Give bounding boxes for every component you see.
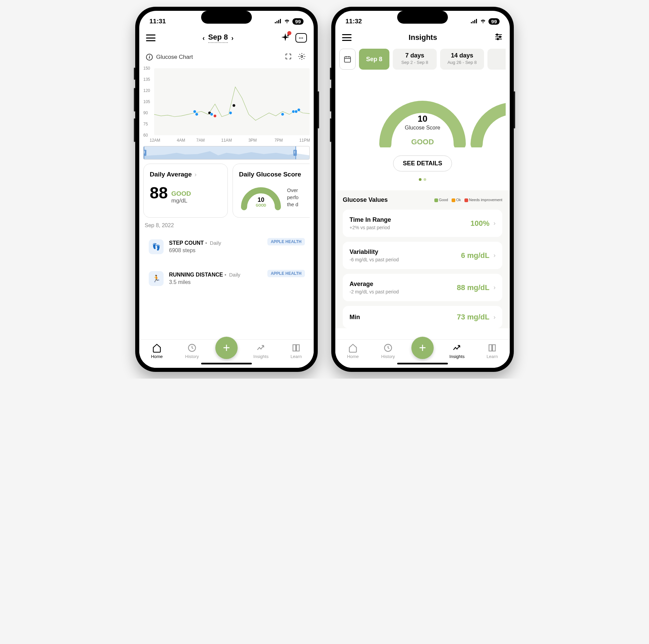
glucose-value-card[interactable]: Time In Range+2% vs past period100%› [343,210,502,237]
value-subtitle: +2% vs past period [350,225,471,230]
home-indicator[interactable] [397,363,448,364]
svg-point-5 [301,55,303,57]
tab-history[interactable]: History [180,343,204,359]
value-subtitle: -2 mg/dL vs past period [350,289,457,294]
fab-add-button[interactable]: + [411,337,434,359]
period-tab[interactable]: 7 daysSep 2 - Sep 8 [393,49,437,70]
period-tab[interactable]: Al [487,49,506,70]
svg-rect-0 [275,22,276,23]
x-tick: 11PM [299,138,310,143]
value-title: Variability [350,248,461,256]
svg-rect-9 [474,20,475,23]
svg-rect-2 [278,20,279,23]
glucose-values-section: Glucose Values Good Ok Needs improvement… [335,190,510,328]
period-title: 14 days [446,52,479,59]
daily-average-card[interactable]: Daily Average › 88 GOOD mg/dL [143,164,228,218]
svg-rect-18 [344,57,351,62]
activity-title: STEP COUNT [169,240,204,246]
y-tick: 105 [143,99,150,104]
value-title: Min [350,314,457,321]
battery-level: 99 [292,18,304,25]
glucose-chart[interactable]: 15013512010590756012AM4AM7AM11AM3PM7PM11… [143,68,310,143]
tab-insights[interactable]: Insights [249,343,273,359]
activity-title: RUNNING DISTANCE [169,272,223,278]
time-range-slider[interactable] [143,146,310,160]
filter-icon[interactable] [494,32,503,43]
chart-event-dot[interactable] [229,111,232,115]
activity-icon: 👣 [149,239,164,254]
y-tick: 60 [143,133,148,138]
prev-day-button[interactable]: ‹ [202,34,205,42]
x-tick: 7AM [196,138,205,143]
svg-point-17 [497,38,499,40]
phone-insights: 11:32 99 Insights Sep 87 daysSep 2 - Sep… [331,7,514,372]
x-tick: 4AM [177,138,185,143]
x-tick: 12AM [150,138,160,143]
values-section-title: Glucose Values [343,196,434,204]
activity-freq: • Daily [205,240,221,246]
tab-learn[interactable]: Learn [480,343,504,359]
notification-dot [287,31,291,35]
chart-event-dot[interactable] [210,113,213,116]
activity-card[interactable]: 🏃RUNNING DISTANCE • Daily3.5 milesAPPLE … [143,265,310,292]
daily-score-desc: Over perfo the d [287,187,298,208]
svg-point-4 [287,22,288,23]
glucose-chart-card: i Glucose Chart 15013512010590756012AM4A… [143,49,310,160]
stat-cards-row: Daily Average › 88 GOOD mg/dL Daily Gluc… [143,164,310,218]
menu-icon[interactable] [342,34,352,41]
svg-point-11 [483,22,484,23]
menu-icon[interactable] [146,34,155,41]
battery-level: 99 [488,18,500,25]
cellular-icon [275,19,282,24]
sparkle-icon[interactable] [281,32,290,43]
home-indicator[interactable] [201,363,252,364]
value-metric: 6 mg/dL [461,251,489,260]
period-tab[interactable]: Sep 8 [359,49,389,70]
activity-value: 3.5 miles [169,279,240,285]
tab-home[interactable]: Home [145,343,169,359]
chevron-right-icon: › [494,220,496,227]
chat-icon[interactable]: ••• [295,33,307,43]
status-time: 11:31 [149,18,166,25]
daily-score-card[interactable]: Daily Glucose Score 10 GOOD Over perfo [233,164,310,218]
activity-card[interactable]: 👣STEP COUNT • Daily6908 stepsAPPLE HEALT… [143,233,310,260]
see-details-button[interactable]: SEE DETAILS [393,156,452,171]
chevron-right-icon: › [494,314,496,321]
fab-add-button[interactable]: + [215,337,238,359]
tab-home-label: Home [347,354,359,359]
tab-insights[interactable]: Insights [445,343,469,359]
current-date[interactable]: Sep 8 [208,33,228,43]
calendar-icon[interactable] [339,49,356,70]
y-tick: 90 [143,111,148,115]
tab-history[interactable]: History [376,343,400,359]
wifi-icon [284,19,290,24]
period-tab[interactable]: 14 daysAug 26 - Sep 8 [440,49,484,70]
chart-event-dot[interactable] [232,104,236,107]
chevron-right-icon: › [494,284,496,291]
gauge-label: Glucose Score [372,125,473,131]
chart-event-dot[interactable] [213,114,217,118]
period-title: Sep 8 [366,56,382,63]
values-legend: Good Ok Needs improvement [434,198,502,202]
value-title: Average [350,281,457,288]
daily-score-status: GOOD [239,204,283,207]
tab-learn[interactable]: Learn [284,343,308,359]
value-subtitle: -6 mg/dL vs past period [350,257,461,262]
chart-event-dot[interactable] [195,113,198,116]
svg-rect-10 [476,19,477,23]
expand-icon[interactable] [283,51,293,63]
date-navigator: ‹ Sep 8 › [202,33,234,43]
activity-badge: APPLE HEALTH [267,238,305,245]
chart-event-dot[interactable] [297,108,301,112]
wifi-icon [480,19,486,24]
tab-home[interactable]: Home [341,343,365,359]
chevron-right-icon: › [194,171,196,178]
glucose-value-card[interactable]: Variability-6 mg/dL vs past period6 mg/d… [343,242,502,269]
glucose-value-card[interactable]: Average-2 mg/dL vs past period88 mg/dL› [343,274,502,301]
gear-icon[interactable] [297,51,307,63]
info-icon[interactable]: i [146,54,153,61]
chart-event-dot[interactable] [281,113,284,116]
daily-average-title: Daily Average [150,171,192,178]
next-day-button[interactable]: › [231,34,234,42]
glucose-value-card[interactable]: Min73 mg/dL› [343,306,502,328]
